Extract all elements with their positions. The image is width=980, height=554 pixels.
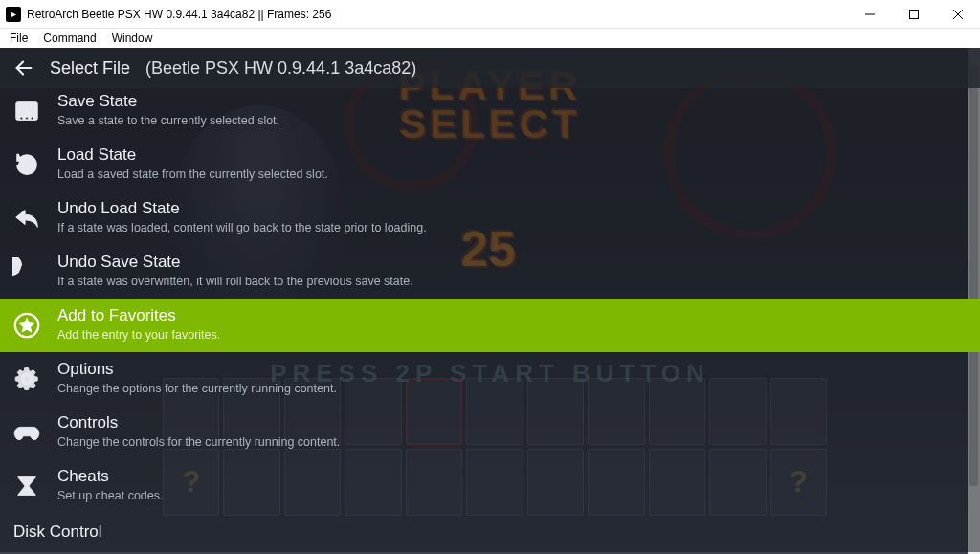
menu-item-desc: Change the controls for the currently ru… [57, 435, 340, 449]
menu-undo-save-state[interactable]: Undo Save State If a state was overwritt… [0, 245, 980, 299]
save-state-icon [10, 94, 44, 128]
menu-disk-control[interactable]: Disk Control [0, 513, 980, 552]
menu-command[interactable]: Command [37, 32, 101, 45]
maximize-button[interactable] [892, 0, 936, 29]
menu-item-desc: Save a state to the currently selected s… [57, 114, 279, 127]
menu-item-title: Cheats [57, 467, 164, 486]
menu-item-title: Undo Save State [57, 253, 413, 272]
menu-item-title: Controls [57, 413, 340, 432]
quickmenu-list: Save State Save a state to the currently… [0, 88, 980, 552]
app-icon: ▸ [6, 7, 21, 22]
menu-item-desc: Add the entry to your favorites. [57, 328, 220, 342]
svg-marker-10 [20, 319, 34, 332]
svg-point-8 [31, 117, 33, 120]
menu-window[interactable]: Window [106, 32, 159, 45]
controller-icon [10, 415, 44, 450]
window-title: RetroArch Beetle PSX HW 0.9.44.1 3a4ca82… [27, 8, 331, 21]
menu-item-desc: Set up cheat codes. [57, 489, 164, 502]
menu-add-to-favorites[interactable]: Add to Favorites Add the entry to your f… [0, 299, 980, 352]
svg-rect-1 [910, 10, 919, 18]
menu-cheats[interactable]: Cheats Set up cheat codes. [0, 459, 980, 513]
header-subtitle: (Beetle PSX HW 0.9.44.1 3a4ca82) [145, 58, 416, 78]
quickmenu-header: Select File (Beetle PSX HW 0.9.44.1 3a4c… [0, 48, 980, 88]
menu-item-desc: If a state was loaded, content will go b… [57, 221, 427, 234]
favorite-star-icon [10, 308, 44, 343]
load-state-icon [10, 147, 44, 182]
menu-save-state[interactable]: Save State Save a state to the currently… [0, 88, 980, 138]
minimize-button[interactable] [848, 0, 892, 29]
menu-controls[interactable]: Controls Change the controls for the cur… [0, 406, 980, 459]
menu-file[interactable]: File [4, 32, 33, 45]
back-icon[interactable] [13, 57, 34, 78]
menu-item-title: Undo Load State [57, 199, 427, 218]
menu-options[interactable]: Options Change the options for the curre… [0, 352, 980, 406]
menu-item-title: Disk Control [13, 522, 102, 542]
svg-point-6 [20, 117, 23, 120]
menu-item-title: Add to Favorites [57, 306, 220, 325]
app-menubar: File Command Window [0, 29, 980, 48]
menu-item-desc: Load a saved state from the currently se… [57, 167, 328, 181]
menu-item-desc: Change the options for the currently run… [57, 382, 337, 395]
menu-item-title: Load State [57, 145, 328, 165]
menu-item-desc: If a state was overwritten, it will roll… [57, 275, 413, 288]
menu-item-title: Save State [57, 92, 279, 111]
window-titlebar: ▸ RetroArch Beetle PSX HW 0.9.44.1 3a4ca… [0, 0, 980, 29]
menu-load-state[interactable]: Load State Load a saved state from the c… [0, 138, 980, 191]
undo-icon [10, 201, 44, 235]
header-select-file: Select File [50, 58, 130, 78]
close-button[interactable] [936, 0, 980, 29]
svg-point-7 [26, 117, 29, 120]
menu-item-title: Options [57, 360, 337, 379]
emulator-viewport: PLAYER SELECT 25 PRESS 2P START BUTTON S… [0, 48, 980, 554]
menu-undo-load-state[interactable]: Undo Load State If a state was loaded, c… [0, 191, 980, 245]
gear-icon [10, 362, 44, 396]
cheats-icon [10, 469, 44, 503]
undo-arrow-icon [10, 255, 44, 289]
